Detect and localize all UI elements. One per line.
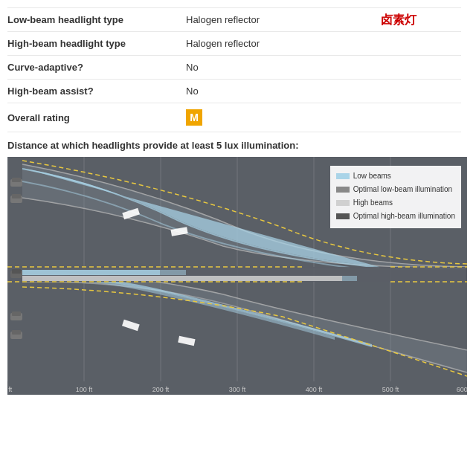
row-high-beam-assist: High-beam assist? No — [7, 80, 461, 103]
chart-section: Distance at which headlights provide at … — [0, 132, 476, 395]
legend-item-optimal-high: Optimal high-beam illumination — [336, 210, 455, 222]
svg-rect-10 — [122, 320, 140, 331]
chart-container: 0 ft 100 ft 200 ft 300 ft 400 ft 500 ft … — [7, 157, 467, 395]
annotation-text: 卤素灯 — [381, 13, 416, 28]
legend-item-high-beam: High beams — [336, 197, 455, 209]
row-curve-adaptive: Curve-adaptive? No — [7, 56, 461, 80]
legend-color-low-beam — [336, 173, 350, 179]
value-low-beam: Halogen reflector — [186, 14, 461, 25]
svg-rect-28 — [12, 311, 21, 316]
svg-rect-15 — [22, 276, 342, 281]
info-table: Low-beam headlight type Halogen reflecto… — [0, 0, 476, 132]
svg-text:400 ft: 400 ft — [306, 386, 323, 393]
label-curve-adaptive: Curve-adaptive? — [7, 62, 186, 73]
svg-rect-24 — [12, 194, 21, 198]
svg-text:0 ft: 0 ft — [7, 386, 13, 393]
svg-rect-11 — [178, 336, 195, 346]
chart-legend: Low beams Optimal low-beam illumination … — [330, 166, 461, 228]
legend-color-high-beam — [336, 200, 350, 206]
svg-text:200 ft: 200 ft — [152, 386, 170, 393]
value-high-beam: Halogen reflector — [186, 38, 461, 49]
label-high-beam: High-beam headlight type — [7, 38, 186, 49]
legend-item-optimal-low: Optimal low-beam illumination — [336, 184, 455, 196]
label-high-beam-assist: High-beam assist? — [7, 85, 186, 97]
svg-text:100 ft: 100 ft — [76, 386, 93, 393]
svg-rect-13 — [22, 270, 160, 275]
legend-label-optimal-high: Optimal high-beam illumination — [353, 210, 455, 222]
value-high-beam-assist: No — [186, 85, 461, 97]
legend-label-high-beam: High beams — [353, 197, 393, 209]
row-overall-rating: Overall rating M — [7, 103, 461, 132]
svg-rect-22 — [12, 178, 21, 182]
svg-text:500 ft: 500 ft — [382, 386, 399, 393]
svg-rect-26 — [12, 269, 21, 274]
svg-text:600 ft: 600 ft — [457, 386, 467, 393]
svg-text:300 ft: 300 ft — [229, 386, 246, 393]
svg-rect-14 — [160, 270, 186, 275]
legend-item-low-beam: Low beams — [336, 170, 455, 182]
row-high-beam: High-beam headlight type Halogen reflect… — [7, 32, 461, 56]
value-overall-rating: M — [186, 109, 461, 126]
value-curve-adaptive: No — [186, 62, 461, 73]
svg-rect-16 — [342, 276, 357, 281]
legend-color-optimal-low — [336, 187, 350, 193]
legend-color-optimal-high — [336, 213, 350, 219]
label-overall-rating: Overall rating — [7, 112, 186, 123]
row-low-beam: Low-beam headlight type Halogen reflecto… — [7, 7, 461, 32]
legend-label-optimal-low: Optimal low-beam illumination — [353, 184, 452, 196]
label-low-beam: Low-beam headlight type — [7, 14, 186, 25]
legend-label-low-beam: Low beams — [353, 170, 391, 182]
chart-title: Distance at which headlights provide at … — [7, 140, 469, 151]
rating-badge: M — [186, 109, 202, 126]
svg-rect-30 — [12, 330, 21, 335]
